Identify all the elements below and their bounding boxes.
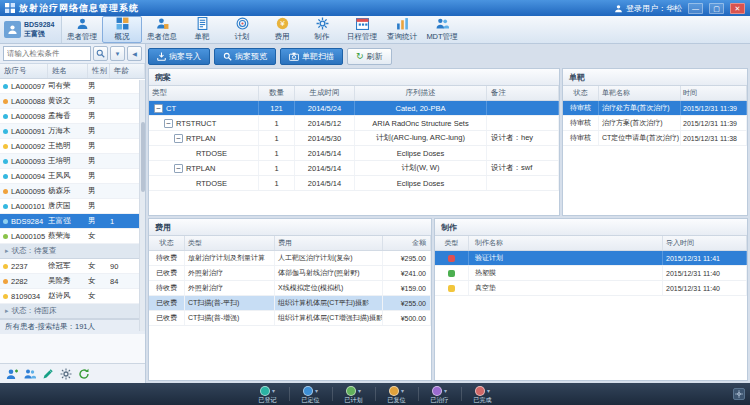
- patient-list-header: 放疗号 姓名 性别 年龄: [0, 64, 145, 79]
- order-row[interactable]: 待审核 治疗方案(首次治疗) 2015/12/31 11:39: [563, 116, 747, 131]
- collapse-node-icon[interactable]: [154, 104, 163, 113]
- maximize-button[interactable]: ▢: [709, 3, 724, 14]
- collapse-node-icon[interactable]: [174, 134, 183, 143]
- fee-row[interactable]: 已收费 CT扫描(普-增强) 组织计算机体层(CT增强扫描)摄影 ¥500.00: [149, 311, 431, 326]
- add-patient-icon[interactable]: [5, 367, 18, 380]
- patient-row[interactable]: LA000097司有荣男: [0, 79, 145, 94]
- nav-item-overview[interactable]: 概况: [102, 16, 142, 43]
- record-row[interactable]: RTDOSE 1 2014/5/14 Eclipse Doses: [149, 146, 559, 161]
- fees-panel: 费用 状态 类型 费用 金额 待收费 放射治疗计划及剂量计算 人工靶区治疗计划(…: [148, 218, 432, 381]
- status-filter-positioned[interactable]: 已定位: [302, 386, 320, 403]
- title-bar: 放射治疗网络信息管理系统 登录用户：华松 — ▢ ✕: [0, 0, 750, 16]
- settings-icon[interactable]: [59, 367, 72, 380]
- refresh-list-icon[interactable]: [77, 367, 90, 380]
- patient-row[interactable]: 2282吴险秀女84: [0, 274, 145, 289]
- record-row-selected[interactable]: CT 121 2014/5/24 Cated, 20-PBA: [149, 101, 559, 116]
- patient-avatar: [4, 21, 21, 38]
- fabrication-row[interactable]: 热塑膜 2015/12/31 11:40: [435, 266, 747, 281]
- fees-table-header: 状态 类型 费用 金额: [149, 236, 431, 251]
- collapse-node-icon[interactable]: [164, 119, 173, 128]
- patient-row[interactable]: 8109034赵诗风女: [0, 289, 145, 304]
- patient-row-selected[interactable]: BDS9284王富强男1: [0, 214, 145, 229]
- collapse-node-icon[interactable]: [174, 164, 183, 173]
- chevron-down-icon: [358, 387, 361, 395]
- status-filter-treated[interactable]: 已治疗: [431, 386, 449, 403]
- patient-sidebar: 放疗号 姓名 性别 年龄 LA000097司有荣男 LA000088黄设文男 L…: [0, 44, 146, 383]
- nav-item-statistics[interactable]: 查询统计: [382, 16, 422, 43]
- sidebar-footer-toolbar: [0, 363, 145, 383]
- positioned-status-icon: [303, 386, 313, 396]
- nav-item-plan[interactable]: 计划: [222, 16, 262, 43]
- module-nav: 患者管理 概况 患者信息 单靶 计划 ¥ 费用 制作 日程管理: [62, 16, 462, 43]
- patient-group-header[interactable]: 状态：待复查: [0, 244, 145, 259]
- current-patient-badge[interactable]: BDS9284 王富强: [0, 16, 62, 43]
- search-input[interactable]: [3, 46, 91, 61]
- patient-row[interactable]: LA000095杨森乐男: [0, 184, 145, 199]
- coin-icon: ¥: [276, 17, 289, 30]
- patient-search-bar: [0, 44, 145, 64]
- finished-status-icon: [475, 386, 485, 396]
- nav-item-mdt[interactable]: MDT管理: [422, 16, 462, 43]
- nav-item-fees[interactable]: ¥ 费用: [262, 16, 302, 43]
- nav-item-schedule[interactable]: 日程管理: [342, 16, 382, 43]
- person-icon: [76, 17, 89, 30]
- nav-item-patient-mgmt[interactable]: 患者管理: [62, 16, 102, 43]
- nav-item-fabrication[interactable]: 制作: [302, 16, 342, 43]
- patient-group-icon[interactable]: [23, 367, 36, 380]
- patient-row[interactable]: LA000091万海木男: [0, 124, 145, 139]
- treated-status-icon: [432, 386, 442, 396]
- nav-item-order[interactable]: 单靶: [182, 16, 222, 43]
- filter-icon[interactable]: [110, 46, 125, 61]
- status-filter-finished[interactable]: 已完成: [474, 386, 492, 403]
- import-records-button[interactable]: 病案导入: [148, 48, 210, 65]
- refresh-button[interactable]: 刷新: [347, 48, 392, 65]
- scan-order-button[interactable]: 单靶扫描: [280, 48, 343, 65]
- app-title: 放射治疗网络信息管理系统: [19, 2, 139, 15]
- order-row[interactable]: 待审核 CT定位申请单(首次治疗) 2015/12/31 11:38: [563, 131, 747, 146]
- patient-badge-name: 王富强: [24, 30, 54, 38]
- fee-row[interactable]: 待收费 外照射治疗 X线模拟定位(模拟机) ¥159.00: [149, 281, 431, 296]
- patient-row[interactable]: LA000094王风风男: [0, 169, 145, 184]
- import-icon: [157, 52, 166, 61]
- patient-row[interactable]: LA000101唐庆国男: [0, 199, 145, 214]
- patient-row[interactable]: LA000098孟梅香男: [0, 109, 145, 124]
- fee-row[interactable]: 已收费 外照射治疗 体部伽马射线治疗(照射野) ¥241.00: [149, 266, 431, 281]
- status-filter-registered[interactable]: 已登记: [259, 386, 277, 403]
- fabrication-table-header: 类型 制作名称 导入时间: [435, 236, 747, 251]
- record-row[interactable]: RTPLAN 1 2014/5/30 计划(ARC-lung, ARC-lung…: [149, 131, 559, 146]
- order-row-selected[interactable]: 待审核 治疗处方单(首次治疗) 2015/12/31 11:39: [563, 101, 747, 116]
- status-filter-planned[interactable]: 已计划: [345, 386, 363, 403]
- scrollbar-thumb[interactable]: [141, 122, 145, 192]
- fee-row[interactable]: 待收费 放射治疗计划及剂量计算 人工靶区治疗计划(复杂) ¥295.00: [149, 251, 431, 266]
- preview-records-button[interactable]: 病案预览: [214, 48, 276, 65]
- edit-patient-icon[interactable]: [41, 367, 54, 380]
- patient-list-scrollbar[interactable]: [139, 80, 145, 331]
- record-row[interactable]: RTSTRUCT 1 2014/5/12 ARIA RadOnc Structu…: [149, 116, 559, 131]
- fabrication-type-icon: [448, 255, 455, 262]
- nav-item-patient-info[interactable]: 患者信息: [142, 16, 182, 43]
- fabrication-row-selected[interactable]: 验证计划 2015/12/31 11:41: [435, 251, 747, 266]
- collapse-sidebar-icon[interactable]: [127, 46, 142, 61]
- planned-status-icon: [346, 386, 356, 396]
- minimize-button[interactable]: —: [688, 3, 703, 14]
- patient-row[interactable]: LA000093王培明男: [0, 154, 145, 169]
- fabrication-row[interactable]: 真空垫 2015/12/31 11:40: [435, 281, 747, 296]
- fabrication-panel-title: 制作: [435, 219, 747, 236]
- record-row[interactable]: RTPLAN 1 2014/5/14 计划(W, W) 设计者：swf: [149, 161, 559, 176]
- close-button[interactable]: ✕: [730, 3, 745, 14]
- patient-row[interactable]: LA000088黄设文男: [0, 94, 145, 109]
- statusbar-settings-icon[interactable]: [733, 388, 745, 400]
- status-filter-repositioned[interactable]: 已复位: [388, 386, 406, 403]
- patient-row[interactable]: LA000105蔡荣海女: [0, 229, 145, 244]
- orders-panel: 单靶 状态 单靶名称 时间 待审核 治疗处方单(首次治疗) 2015/12/31…: [562, 68, 748, 216]
- calendar-icon: [356, 17, 369, 30]
- patient-row[interactable]: LA000092王艳明男: [0, 139, 145, 154]
- search-icon[interactable]: [93, 46, 108, 61]
- record-row[interactable]: RTDOSE 1 2014/5/14 Eclipse Doses: [149, 176, 559, 191]
- fee-row-highlighted[interactable]: 已收费 CT扫描(普-平扫) 组织计算机体层(CT平扫)摄影 ¥255.00: [149, 296, 431, 311]
- status-dot: [3, 84, 8, 89]
- patient-group-header[interactable]: 状态：待面床: [0, 304, 145, 319]
- chevron-down-icon: [444, 387, 447, 395]
- chevron-down-icon: [315, 387, 318, 395]
- patient-row[interactable]: 2237徐冠军女90: [0, 259, 145, 274]
